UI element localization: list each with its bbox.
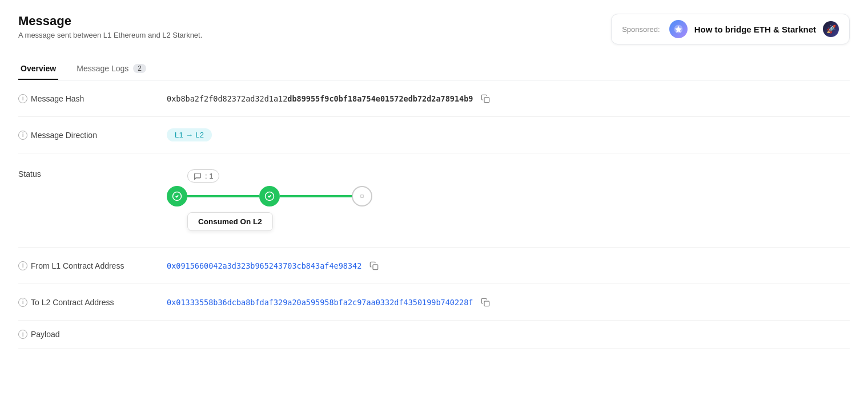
copy-from-l1-button[interactable]	[367, 260, 381, 272]
svg-rect-5	[373, 265, 378, 270]
page-title-block: Message A message sent between L1 Ethere…	[18, 14, 202, 39]
step-line-2	[280, 195, 352, 197]
message-hash-value: 0xb8ba2f2f0d82372ad32d1a12db89955f9c0bf1…	[167, 93, 850, 104]
from-l1-label: i From L1 Contract Address	[18, 261, 167, 270]
to-l2-address-link[interactable]: 0x01333558b36dcba8bfdaf329a20a595958bfa2…	[167, 298, 473, 307]
svg-rect-6	[484, 301, 489, 306]
to-l2-row: i To L2 Contract Address 0x01333558b36dc…	[18, 284, 850, 321]
status-value: : 1	[167, 165, 850, 236]
tab-badge-message-logs: 2	[133, 64, 146, 73]
info-icon-payload: i	[18, 330, 27, 339]
page-header: Message A message sent between L1 Ethere…	[18, 14, 850, 44]
status-row: Status : 1	[18, 153, 850, 248]
sponsored-badge-icon: 🚀	[823, 21, 839, 37]
step-circle-1	[167, 186, 187, 206]
stepper-count-text: : 1	[205, 172, 213, 180]
page-title: Message	[18, 14, 202, 29]
sponsored-label: Sponsored:	[622, 25, 660, 34]
info-icon-to-l2: i	[18, 298, 27, 307]
from-l1-row: i From L1 Contract Address 0x0915660042a…	[18, 248, 850, 284]
to-l2-label: i To L2 Contract Address	[18, 298, 167, 307]
from-l1-value: 0x0915660042a3d323b965243703cb843af4e983…	[167, 260, 850, 272]
sponsored-text: How to bridge ETH & Starknet	[694, 25, 816, 34]
sponsored-icon	[669, 20, 688, 38]
message-direction-value: L1 → L2	[167, 128, 850, 141]
info-icon-direction: i	[18, 131, 27, 140]
page-container: Message A message sent between L1 Ethere…	[0, 0, 868, 362]
message-hash-text: 0xb8ba2f2f0d82372ad32d1a12db89955f9c0bf1…	[167, 94, 473, 103]
svg-rect-4	[361, 195, 364, 198]
svg-rect-1	[484, 98, 489, 103]
to-l2-value: 0x01333558b36dcba8bfdaf329a20a595958bfa2…	[167, 297, 850, 308]
message-hash-label: i Message Hash	[18, 94, 167, 103]
page-subtitle: A message sent between L1 Ethereum and L…	[18, 31, 202, 39]
message-direction-row: i Message Direction L1 → L2	[18, 117, 850, 153]
tab-message-logs[interactable]: Message Logs 2	[74, 58, 148, 80]
step-line-1	[187, 195, 259, 197]
sponsored-block[interactable]: Sponsored: How to bridge ETH & Starknet …	[611, 14, 850, 44]
stepper-count-badge: : 1	[187, 169, 219, 183]
info-icon-message-hash: i	[18, 94, 27, 103]
direction-badge: L1 → L2	[167, 128, 212, 141]
tabs-bar: Overview Message Logs 2	[18, 58, 850, 80]
step-circle-2	[259, 186, 280, 206]
copy-message-hash-button[interactable]	[479, 93, 492, 104]
message-hash-row: i Message Hash 0xb8ba2f2f0d82372ad32d1a1…	[18, 80, 850, 117]
payload-row: i Payload	[18, 321, 850, 349]
stepper-track	[167, 186, 372, 206]
info-icon-from-l1: i	[18, 261, 27, 270]
step-circle-3	[352, 186, 372, 206]
message-direction-label: i Message Direction	[18, 131, 167, 140]
tab-overview[interactable]: Overview	[18, 58, 58, 80]
status-stepper: : 1	[167, 165, 372, 236]
status-label: Status	[18, 165, 167, 179]
status-consumed-label: Consumed On L2	[187, 212, 273, 231]
copy-to-l2-button[interactable]	[479, 297, 492, 308]
from-l1-address-link[interactable]: 0x0915660042a3d323b965243703cb843af4e983…	[167, 261, 361, 270]
payload-label: i Payload	[18, 330, 167, 339]
